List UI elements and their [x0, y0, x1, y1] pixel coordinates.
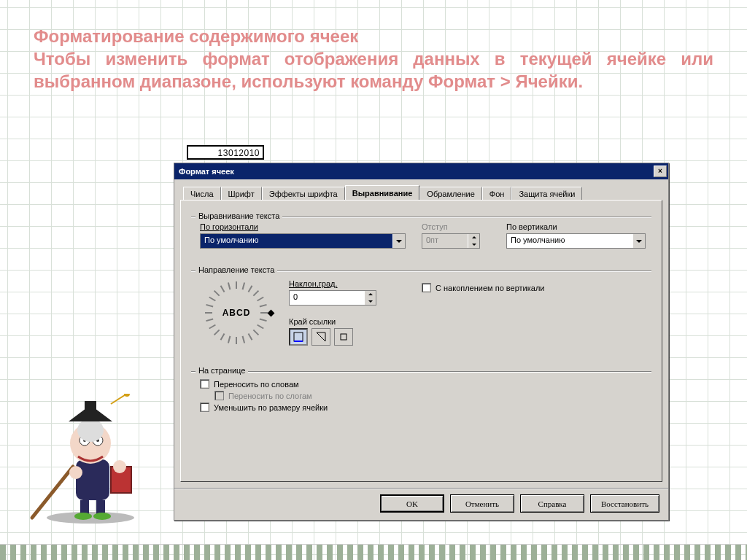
- edge-top-button[interactable]: [311, 328, 330, 346]
- dropdown-horizontal-value: По умолчанию: [201, 234, 392, 248]
- spinner-indent-value: 0пт: [422, 234, 468, 248]
- svg-line-14: [32, 467, 73, 518]
- chevron-up-icon[interactable]: [364, 291, 376, 298]
- svg-rect-18: [80, 500, 89, 515]
- slide-heading: Форматирование содержимого ячеек Чтобы и…: [34, 25, 713, 93]
- checkbox-shrink-to-fit[interactable]: Уменьшить по размеру ячейки: [200, 402, 646, 412]
- checkbox-vertical-stack[interactable]: С накоплением по вертикали: [422, 283, 544, 292]
- svg-rect-4: [76, 459, 109, 500]
- label-vertical: По вертикали: [506, 222, 646, 231]
- tab-font-effects[interactable]: Эффекты шрифта: [262, 187, 345, 201]
- tab-strip: Числа Шрифт Эффекты шрифта Выравнивание …: [174, 179, 668, 200]
- svg-rect-19: [96, 500, 105, 515]
- rotation-wheel[interactable]: ABCD: [200, 276, 273, 349]
- help-button[interactable]: Справка: [520, 494, 584, 513]
- dropdown-vertical[interactable]: По умолчанию: [506, 233, 646, 249]
- format-cells-dialog: Формат ячеек × Числа Шрифт Эффекты шрифт…: [174, 163, 669, 521]
- tab-font[interactable]: Шрифт: [221, 187, 262, 201]
- tab-alignment[interactable]: Выравнивание: [345, 185, 420, 200]
- reset-button[interactable]: Восстановить: [590, 494, 659, 513]
- checkbox-wrap-syllables: Переносить по слогам: [214, 391, 646, 400]
- tab-protection[interactable]: Защита ячейки: [511, 187, 582, 201]
- tab-borders[interactable]: Обрамление: [419, 187, 482, 201]
- svg-point-13: [124, 394, 130, 397]
- bottom-decoration: [0, 544, 747, 560]
- checkbox-box-icon: [200, 379, 209, 389]
- cancel-button[interactable]: Отменить: [450, 494, 514, 513]
- chevron-down-icon: [392, 234, 405, 248]
- dialog-panel: Выравнивание текста По горизонтали По ум…: [180, 200, 662, 482]
- group-text-alignment: Выравнивание текста По горизонтали По ум…: [191, 211, 651, 256]
- label-reference-edge: Край ссылки: [289, 317, 376, 326]
- checkbox-box-icon: [214, 391, 224, 400]
- svg-rect-2: [341, 334, 347, 340]
- checkbox-wrap-words[interactable]: Переносить по словам: [200, 379, 646, 389]
- chevron-up-icon: [468, 234, 479, 241]
- group-on-page-legend: На странице: [196, 366, 248, 375]
- edge-bottom-button[interactable]: [289, 328, 308, 346]
- checkbox-box-icon: [200, 402, 209, 412]
- tab-numbers[interactable]: Числа: [183, 187, 221, 201]
- svg-rect-0: [294, 332, 303, 341]
- spinner-tilt-value: 0: [290, 291, 364, 305]
- professor-illustration: [25, 394, 156, 525]
- edge-inside-button[interactable]: [334, 328, 353, 346]
- chevron-down-icon: [632, 234, 645, 248]
- checkbox-shrink-label: Уменьшить по размеру ячейки: [214, 403, 328, 412]
- checkbox-box-icon: [422, 283, 431, 292]
- checkbox-wrap-words-label: Переносить по словам: [214, 380, 299, 389]
- checkbox-vertical-stack-label: С накоплением по вертикали: [436, 284, 544, 292]
- svg-rect-11: [85, 401, 96, 413]
- spinner-tilt[interactable]: 0: [289, 290, 376, 306]
- rotation-wheel-handle[interactable]: [268, 310, 275, 317]
- group-text-alignment-legend: Выравнивание текста: [196, 211, 282, 220]
- svg-point-21: [93, 513, 111, 520]
- ok-button[interactable]: OK: [380, 494, 444, 513]
- svg-point-17: [113, 460, 126, 473]
- chevron-down-icon[interactable]: [364, 298, 376, 306]
- label-tilt: Наклон,град.: [289, 279, 376, 288]
- dialog-button-bar: OK Отменить Справка Восстановить: [174, 488, 668, 520]
- group-on-page: На странице Переносить по словам Перенос…: [191, 365, 651, 421]
- label-indent: Отступ: [422, 222, 490, 231]
- group-text-direction: Направление текста ABCD Наклон,град. 0: [191, 265, 651, 357]
- dropdown-vertical-value: По умолчанию: [507, 234, 632, 248]
- svg-point-20: [74, 513, 92, 520]
- dropdown-horizontal[interactable]: По умолчанию: [200, 233, 406, 249]
- label-horizontal: По горизонтали: [200, 222, 406, 231]
- dialog-titlebar[interactable]: Формат ячеек ×: [174, 163, 668, 179]
- close-button[interactable]: ×: [654, 166, 667, 177]
- svg-point-16: [69, 466, 82, 479]
- group-text-direction-legend: Направление текста: [196, 265, 277, 274]
- dialog-title: Формат ячеек: [179, 167, 234, 176]
- tab-background[interactable]: Фон: [482, 187, 512, 201]
- close-icon: ×: [658, 168, 662, 175]
- spinner-indent: 0пт: [422, 233, 480, 249]
- spreadsheet-cell-value: 13012010: [187, 145, 264, 160]
- svg-point-10: [77, 419, 104, 442]
- chevron-down-icon: [468, 241, 479, 249]
- checkbox-wrap-syllables-label: Переносить по слогам: [228, 392, 312, 400]
